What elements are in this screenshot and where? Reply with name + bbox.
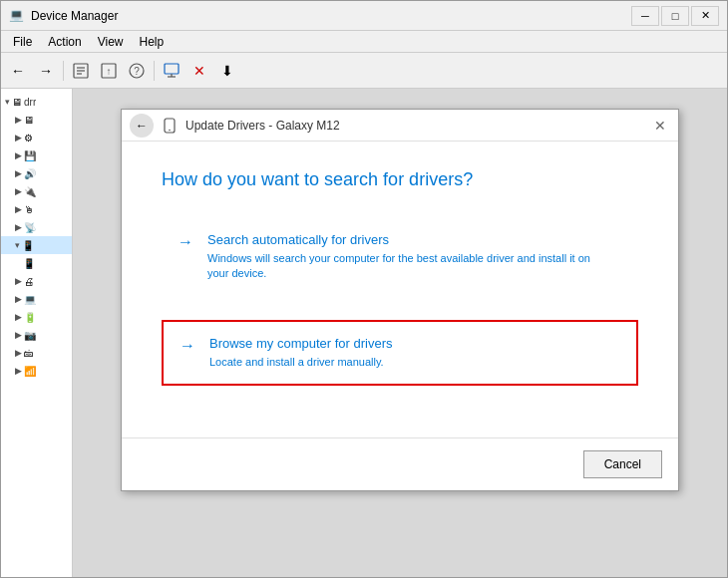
help-icon: ? — [129, 63, 145, 79]
dialog-heading: How do you want to search for drivers? — [162, 169, 638, 190]
menu-help[interactable]: Help — [132, 33, 173, 51]
right-panel: ← Update Drivers - Galaxy M12 ✕ — [73, 89, 727, 577]
dialog-overlay: ← Update Drivers - Galaxy M12 ✕ — [73, 89, 727, 577]
tree-item-15[interactable]: ▶ 📶 — [1, 362, 72, 380]
svg-text:↑: ↑ — [107, 66, 112, 77]
tree-item-9[interactable]: 📱 — [1, 254, 72, 272]
svg-text:?: ? — [134, 66, 140, 77]
main-area: ▾ 🖥 drr ▶ 🖥 ▶ ⚙ ▶ 💾 ▶ 🔊 ▶ — [1, 89, 727, 577]
search-automatically-option[interactable]: → Search automatically for drivers Windo… — [162, 218, 638, 296]
option2-title: Browse my computer for drivers — [209, 336, 393, 351]
dialog-close-button[interactable]: ✕ — [650, 116, 670, 136]
menu-action[interactable]: Action — [40, 33, 89, 51]
properties-button[interactable] — [68, 58, 94, 84]
title-bar: 💻 Device Manager ─ □ ✕ — [1, 1, 727, 31]
toolbar: ← → ↑ ? — [1, 53, 727, 89]
device-icon — [162, 118, 178, 134]
tree-item-13[interactable]: ▶ 📷 — [1, 326, 72, 344]
app-icon: 💻 — [9, 8, 25, 24]
menu-bar: File Action View Help — [1, 31, 727, 53]
phone-icon — [162, 118, 178, 134]
option1-content: Search automatically for drivers Windows… — [207, 232, 590, 282]
download-button[interactable]: ⬇ — [214, 58, 240, 84]
option1-description: Windows will search your computer for th… — [207, 251, 590, 282]
back-arrow-icon: ← — [136, 119, 148, 133]
update-drivers-dialog: ← Update Drivers - Galaxy M12 ✕ — [121, 109, 679, 491]
tree-item-2[interactable]: ▶ ⚙ — [1, 129, 72, 146]
tree-root[interactable]: ▾ 🖥 drr — [1, 93, 72, 111]
option2-arrow-icon: → — [180, 337, 195, 355]
menu-file[interactable]: File — [5, 33, 40, 51]
tree-item-10[interactable]: ▶ 🖨 — [1, 272, 72, 290]
maximize-button[interactable]: □ — [661, 6, 689, 26]
option1-arrow-icon: → — [178, 233, 193, 251]
minimize-button[interactable]: ─ — [631, 6, 659, 26]
window-title: Device Manager — [31, 9, 631, 23]
dialog-title: Update Drivers - Galaxy M12 — [185, 119, 340, 133]
device-tree-panel: ▾ 🖥 drr ▶ 🖥 ▶ ⚙ ▶ 💾 ▶ 🔊 ▶ — [1, 89, 73, 577]
dialog-body: How do you want to search for drivers? →… — [122, 142, 678, 437]
window-controls: ─ □ ✕ — [631, 6, 719, 26]
browse-computer-option[interactable]: → Browse my computer for drivers Locate … — [162, 320, 638, 386]
cancel-button[interactable]: Cancel — [583, 450, 662, 478]
help-button[interactable]: ? — [124, 58, 150, 84]
dialog-back-button[interactable]: ← — [130, 114, 154, 138]
remove-device-button[interactable]: ✕ — [186, 58, 212, 84]
option2-description: Locate and install a driver manually. — [209, 355, 393, 370]
menu-view[interactable]: View — [90, 33, 132, 51]
tree-item-12[interactable]: ▶ 🔋 — [1, 308, 72, 326]
svg-point-12 — [169, 129, 171, 131]
option2-content: Browse my computer for drivers Locate an… — [209, 336, 393, 370]
device-manager-window: 💻 Device Manager ─ □ ✕ File Action View … — [0, 0, 728, 578]
close-button[interactable]: ✕ — [691, 6, 719, 26]
scan-icon — [164, 63, 180, 79]
tree-item-6[interactable]: ▶ 🖱 — [1, 200, 72, 218]
toolbar-separator-1 — [63, 61, 64, 81]
properties-icon — [73, 63, 89, 79]
tree-item-11[interactable]: ▶ 💻 — [1, 290, 72, 308]
back-button[interactable]: ← — [5, 58, 31, 84]
tree-item-5[interactable]: ▶ 🔌 — [1, 182, 72, 200]
tree-item-14[interactable]: ▶ 🖮 — [1, 344, 72, 362]
tree-item-1[interactable]: ▶ 🖥 — [1, 111, 72, 129]
svg-rect-8 — [165, 64, 179, 74]
tree-item-7[interactable]: ▶ 📡 — [1, 218, 72, 236]
update-driver-icon: ↑ — [101, 63, 117, 79]
update-driver-button[interactable]: ↑ — [96, 58, 122, 84]
tree-item-3[interactable]: ▶ 💾 — [1, 146, 72, 164]
tree-item-8[interactable]: ▾ 📱 — [1, 236, 72, 254]
forward-button[interactable]: → — [33, 58, 59, 84]
toolbar-separator-2 — [154, 61, 155, 81]
scan-button[interactable] — [159, 58, 184, 84]
dialog-footer: Cancel — [122, 437, 678, 490]
dialog-title-bar: ← Update Drivers - Galaxy M12 ✕ — [122, 110, 678, 142]
option1-title: Search automatically for drivers — [207, 232, 590, 247]
tree-item-4[interactable]: ▶ 🔊 — [1, 164, 72, 182]
